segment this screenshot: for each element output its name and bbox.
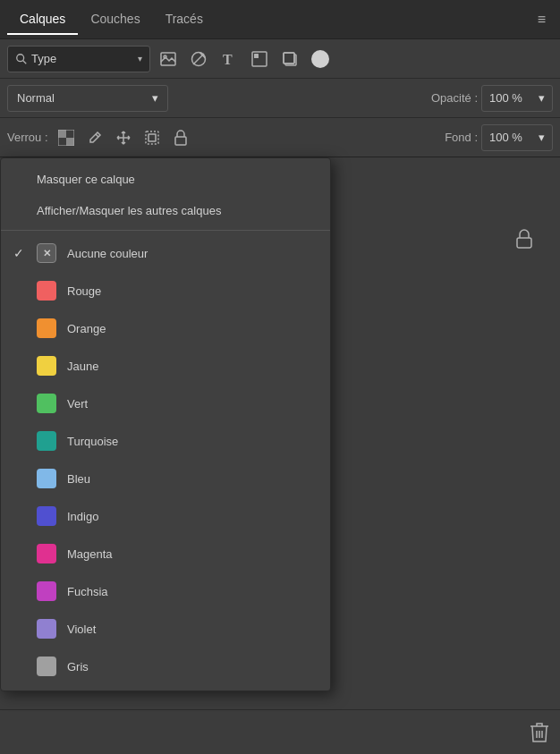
menu-jaune-label: Jaune [67,360,98,373]
menu-item-violet[interactable]: Violet [1,610,330,648]
svg-point-0 [17,54,24,61]
search-type-label: Type [31,52,134,65]
svg-line-15 [96,134,98,137]
opacity-chevron: ▾ [539,91,545,105]
menu-vert-label: Vert [67,397,88,411]
swatch-turquoise [37,431,56,451]
menu-bleu-label: Bleu [67,472,90,486]
svg-rect-12 [58,130,66,138]
menu-turquoise-label: Turquoise [67,435,118,448]
image-filter-icon[interactable] [156,47,181,72]
swatch-gris [37,657,56,676]
menu-divider [1,230,330,231]
text-filter-icon[interactable]: T [216,47,242,72]
swatch-magenta [37,544,56,563]
svg-rect-18 [175,137,186,145]
menu-item-indigo[interactable]: Indigo [1,497,330,535]
toolbar-row2: Normal ▾ Opacité : 100 % ▾ [0,79,560,118]
checkmark-icon: ✓ [13,246,24,260]
blend-chevron: ▾ [152,91,158,105]
menu-item-afficher-masquer[interactable]: Afficher/Masquer les autres calques [1,195,330,226]
tab-traces[interactable]: Tracés [153,4,216,35]
delete-layer-button[interactable] [530,722,549,743]
header-menu-icon[interactable]: ≡ [530,8,553,31]
swatch-rouge [37,281,56,301]
swatch-orange [37,318,56,338]
lock-all-icon[interactable] [168,125,193,150]
fond-chevron: ▾ [539,131,545,144]
svg-rect-19 [517,238,531,248]
menu-item-masquer[interactable]: Masquer ce calque [1,164,330,195]
lock-artboard-icon[interactable] [111,125,136,150]
svg-rect-13 [66,138,74,146]
visibility-circle[interactable] [308,47,333,72]
swatch-indigo [37,506,56,526]
menu-item-rouge[interactable]: Rouge [1,272,330,309]
lock-image-icon[interactable] [82,125,107,150]
shape-filter-icon[interactable] [247,47,272,72]
blend-mode-label: Normal [17,91,148,105]
bottom-bar [0,709,560,754]
verrou-label: Verrou : [7,131,48,144]
right-panel [488,157,560,709]
lock-transparent-icon[interactable] [54,125,79,150]
lock-position-icon[interactable] [140,125,165,150]
circle-display [311,50,329,68]
search-icon [15,53,28,65]
svg-rect-10 [284,53,294,64]
menu-item-vert[interactable]: Vert [1,385,330,422]
fond-label: Fond : [445,131,478,144]
svg-rect-8 [254,54,259,58]
tab-couches[interactable]: Couches [78,4,152,35]
blend-mode-dropdown[interactable]: Normal ▾ [7,85,168,112]
opacity-value: 100 % [489,91,535,105]
menu-indigo-label: Indigo [67,510,98,523]
fond-value: 100 % [489,131,535,144]
menu-item-bleu[interactable]: Bleu [1,460,330,497]
swatch-violet [37,619,56,639]
context-menu: Masquer ce calque Afficher/Masquer les a… [0,157,331,691]
fond-dropdown[interactable]: 100 % ▾ [481,124,553,151]
search-type-chevron: ▾ [138,54,142,64]
menu-gris-label: Gris [67,660,89,674]
menu-orange-label: Orange [67,322,106,335]
svg-rect-17 [148,134,156,141]
menu-item-turquoise[interactable]: Turquoise [1,422,330,460]
lock-icons [54,125,193,150]
opacity-dropdown[interactable]: 100 % ▾ [481,85,553,112]
swatch-vert [37,394,56,413]
toolbar-row3: Verrou : [0,118,560,157]
swatch-fuchsia [37,581,56,601]
menu-aucune-label: Aucune couleur [67,247,148,260]
menu-magenta-label: Magenta [67,547,113,561]
menu-item-jaune[interactable]: Jaune [1,347,330,385]
layer-lock-icon[interactable] [515,229,533,249]
opacity-label: Opacité : [431,91,478,105]
menu-item-aucune-couleur[interactable]: ✓ ✕ Aucune couleur [1,234,330,272]
swatch-bleu [37,469,56,488]
menu-rouge-label: Rouge [67,284,101,298]
toolbar-row1: Type ▾ T [0,39,560,79]
menu-item-magenta[interactable]: Magenta [1,535,330,572]
opacity-section: Opacité : 100 % ▾ [431,85,553,112]
menu-fuchsia-label: Fuchsia [67,585,108,598]
header-tabs: Calques Couches Tracés ≡ [0,0,560,39]
menu-item-gris[interactable]: Gris [1,648,330,685]
menu-item-orange[interactable]: Orange [1,309,330,347]
smart-filter-icon[interactable] [277,47,302,72]
fond-section: Fond : 100 % ▾ [445,124,553,151]
search-type-dropdown[interactable]: Type ▾ [7,46,150,72]
svg-rect-16 [146,131,158,144]
swatch-jaune [37,356,56,376]
tab-calques[interactable]: Calques [7,4,78,35]
adjustment-filter-icon[interactable] [186,47,211,72]
menu-item-fuchsia[interactable]: Fuchsia [1,572,330,610]
swatch-none: ✕ [37,243,56,263]
main-area: Masquer ce calque Afficher/Masquer les a… [0,157,560,709]
svg-text:T: T [223,52,233,67]
svg-line-1 [23,60,27,64]
menu-violet-label: Violet [67,623,96,636]
menu-afficher-label: Afficher/Masquer les autres calques [37,204,221,217]
menu-masquer-label: Masquer ce calque [37,173,135,186]
